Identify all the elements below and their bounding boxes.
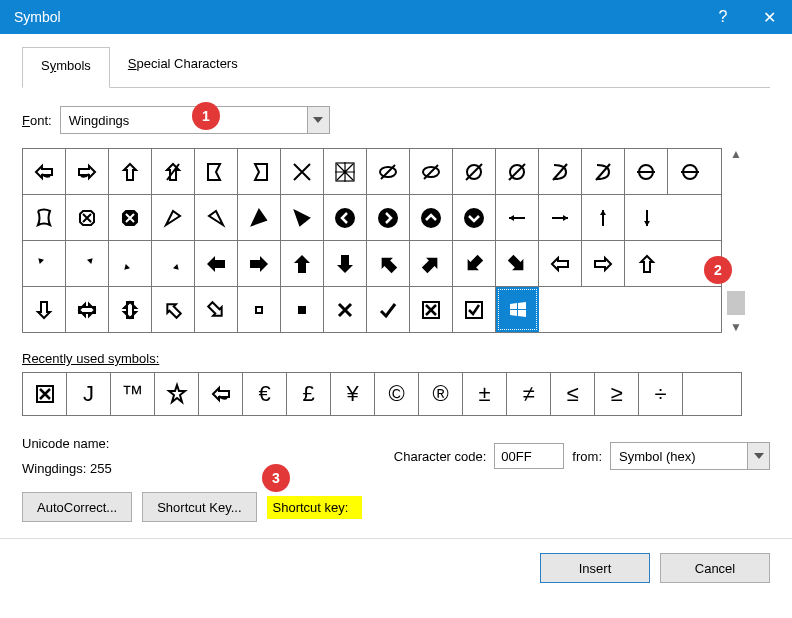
tab-symbols[interactable]: Symbols (22, 47, 110, 88)
symbol-cell[interactable] (23, 149, 66, 194)
recent-cell[interactable]: ≥ (595, 373, 639, 415)
recent-cell[interactable] (155, 373, 199, 415)
symbol-cell[interactable] (238, 241, 281, 286)
symbol-cell[interactable] (539, 149, 582, 194)
svg-marker-21 (509, 215, 514, 221)
symbol-cell[interactable] (367, 195, 410, 240)
symbol-cell[interactable] (625, 195, 668, 240)
symbol-cell[interactable] (238, 195, 281, 240)
symbol-cell[interactable] (152, 149, 195, 194)
symbol-cell[interactable] (367, 149, 410, 194)
font-label: Font: (22, 113, 52, 128)
scroll-down-icon[interactable]: ▼ (730, 321, 742, 333)
symbol-cell[interactable] (152, 195, 195, 240)
symbol-cell[interactable] (410, 241, 453, 286)
symbol-cell[interactable] (496, 195, 539, 240)
recent-cell[interactable] (199, 373, 243, 415)
symbol-cell[interactable] (281, 241, 324, 286)
symbol-cell[interactable] (109, 287, 152, 332)
symbol-cell[interactable] (496, 287, 539, 332)
symbol-cell[interactable] (324, 241, 367, 286)
symbol-cell[interactable] (582, 241, 625, 286)
symbol-cell[interactable] (195, 241, 238, 286)
recent-cell[interactable]: ± (463, 373, 507, 415)
symbol-cell[interactable]: ne x1="20" y1="12" x2="4" y2="12" stroke… (109, 241, 152, 286)
from-label: from: (572, 449, 602, 464)
symbol-cell[interactable] (453, 195, 496, 240)
recent-cell[interactable] (23, 373, 67, 415)
symbol-cell[interactable] (152, 287, 195, 332)
symbol-cell[interactable] (66, 149, 109, 194)
symbol-cell[interactable] (109, 195, 152, 240)
recent-cell[interactable]: ≤ (551, 373, 595, 415)
close-button[interactable]: ✕ (746, 0, 792, 34)
symbol-cell[interactable] (453, 287, 496, 332)
tab-special-characters[interactable]: Special Characters (110, 46, 256, 87)
symbol-cell[interactable] (410, 149, 453, 194)
symbol-cell[interactable] (324, 149, 367, 194)
recent-cell[interactable]: ÷ (639, 373, 683, 415)
symbol-cell[interactable] (453, 149, 496, 194)
symbol-cell[interactable] (496, 241, 539, 286)
recent-cell[interactable]: ® (419, 373, 463, 415)
symbol-cell[interactable] (195, 287, 238, 332)
symbol-cell[interactable] (496, 149, 539, 194)
symbol-cell[interactable] (324, 195, 367, 240)
symbol-cell[interactable]: ne x1="20" y1="12" x2="4" y2="12" stroke… (152, 241, 195, 286)
svg-rect-35 (466, 302, 482, 318)
autocorrect-button[interactable]: AutoCorrect... (22, 492, 132, 522)
symbol-cell[interactable] (238, 287, 281, 332)
recent-cell[interactable]: ™ (111, 373, 155, 415)
symbol-cell[interactable] (367, 287, 410, 332)
charcode-input[interactable] (494, 443, 564, 469)
symbol-cell[interactable] (281, 195, 324, 240)
symbol-cell[interactable] (238, 149, 281, 194)
symbol-cell[interactable] (582, 149, 625, 194)
recent-cell[interactable]: € (243, 373, 287, 415)
symbol-cell[interactable] (281, 287, 324, 332)
shortcut-key-label: Shortcut key: (267, 496, 363, 519)
symbol-cell[interactable] (23, 195, 66, 240)
window-title: Symbol (0, 9, 61, 25)
svg-rect-33 (299, 307, 305, 313)
scroll-up-icon[interactable]: ▲ (730, 148, 742, 160)
cancel-button[interactable]: Cancel (660, 553, 770, 583)
symbol-cell[interactable] (625, 241, 668, 286)
symbol-cell[interactable] (195, 149, 238, 194)
symbol-cell[interactable] (668, 149, 711, 194)
symbol-cell[interactable] (582, 195, 625, 240)
recent-cell[interactable]: © (375, 373, 419, 415)
symbol-cell[interactable] (66, 287, 109, 332)
dialog-body: Symbols Special Characters Font: Wingdin… (0, 34, 792, 538)
shortcut-key-button[interactable]: Shortcut Key... (142, 492, 256, 522)
symbol-cell[interactable]: ne x1="20" y1="12" x2="4" y2="12" stroke… (23, 241, 66, 286)
recent-cell[interactable]: ≠ (507, 373, 551, 415)
symbol-cell[interactable] (539, 195, 582, 240)
symbol-cell[interactable] (109, 149, 152, 194)
scroll-thumb[interactable] (727, 291, 745, 315)
symbol-cell[interactable] (539, 241, 582, 286)
insert-button[interactable]: Insert (540, 553, 650, 583)
svg-line-0 (167, 164, 179, 180)
symbol-cell[interactable] (66, 195, 109, 240)
symbol-cell[interactable] (195, 195, 238, 240)
recent-label: Recently used symbols: (22, 351, 770, 366)
recent-cell[interactable]: £ (287, 373, 331, 415)
symbol-cell[interactable] (625, 149, 668, 194)
recent-cell[interactable]: ¥ (331, 373, 375, 415)
symbol-cell[interactable] (324, 287, 367, 332)
symbol-cell[interactable] (410, 287, 453, 332)
symbol-cell[interactable] (410, 195, 453, 240)
title-bar: Symbol ? ✕ (0, 0, 792, 34)
recent-cell[interactable]: J (67, 373, 111, 415)
symbol-cell[interactable] (367, 241, 410, 286)
symbol-cell[interactable] (453, 241, 496, 286)
svg-marker-25 (600, 210, 606, 215)
svg-marker-23 (563, 215, 568, 221)
from-select[interactable]: Symbol (hex) (610, 442, 770, 470)
symbol-cell[interactable]: ne x1="20" y1="12" x2="4" y2="12" stroke… (66, 241, 109, 286)
symbol-cell[interactable] (23, 287, 66, 332)
symbol-cell[interactable] (281, 149, 324, 194)
help-button[interactable]: ? (700, 0, 746, 34)
scrollbar[interactable]: ▲ ▼ (726, 148, 746, 333)
